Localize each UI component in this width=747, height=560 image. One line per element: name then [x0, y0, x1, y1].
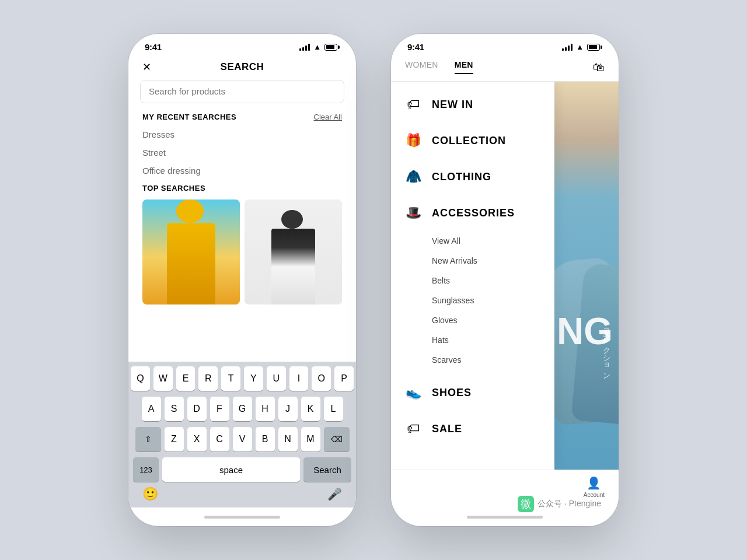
search-header: ✕ SEARCH	[128, 55, 356, 80]
key-delete[interactable]: ⌫	[324, 427, 350, 452]
key-v[interactable]: V	[233, 427, 252, 452]
key-123[interactable]: 123	[133, 457, 159, 482]
signal-icon	[299, 44, 310, 51]
top-search-image-2[interactable]	[245, 200, 342, 304]
key-a[interactable]: A	[142, 397, 161, 421]
shoes-label: SHOES	[432, 387, 472, 399]
top-searches-title: TOP SEARCHES	[142, 184, 342, 192]
recent-searches-title: MY RECENT SEARCHES	[142, 113, 236, 121]
kb-row-3: ⇧ Z X C V B N M ⌫	[131, 427, 354, 452]
key-z[interactable]: Z	[165, 427, 184, 452]
key-j[interactable]: J	[278, 397, 298, 421]
search-body: MY RECENT SEARCHES Clear All Dresses Str…	[128, 113, 356, 362]
key-search[interactable]: Search	[303, 457, 351, 482]
key-f[interactable]: F	[210, 397, 229, 421]
accessories-submenu: View All New Arrivals Belts Sunglasses G…	[391, 231, 554, 370]
recent-item-office[interactable]: Office dressing	[142, 166, 342, 176]
background-image: NG 夏コレクション	[554, 82, 619, 470]
sub-hats[interactable]: Hats	[432, 330, 554, 350]
top-searches-images	[142, 200, 342, 304]
tab-men[interactable]: MEN	[455, 60, 473, 74]
clear-all-button[interactable]: Clear All	[314, 113, 342, 121]
key-x[interactable]: X	[187, 427, 207, 452]
menu-item-shoes[interactable]: 👟 SHOES	[391, 374, 554, 411]
collection-icon: 🎁	[405, 133, 421, 148]
sub-sunglasses[interactable]: Sunglasses	[432, 290, 554, 310]
key-d[interactable]: D	[187, 397, 207, 421]
sub-gloves[interactable]: Gloves	[432, 310, 554, 330]
status-bar-2: 9:41 ▲	[391, 34, 619, 55]
sub-new-arrivals[interactable]: New Arrivals	[432, 251, 554, 271]
search-input[interactable]	[149, 86, 336, 96]
menu-item-clothing[interactable]: 🧥 CLOTHING	[391, 159, 554, 195]
watermark-icon: 微	[518, 496, 534, 512]
sale-icon: 🏷	[405, 421, 421, 436]
key-n[interactable]: N	[278, 427, 298, 452]
battery-icon-2	[587, 44, 602, 51]
key-k[interactable]: K	[301, 397, 320, 421]
key-b[interactable]: B	[256, 427, 275, 452]
battery-icon	[324, 44, 340, 51]
status-bar-1: 9:41 ▲	[128, 34, 356, 55]
menu-item-accessories[interactable]: 🎩 ACCESSORIES	[391, 195, 554, 231]
kb-extras: 🙂 🎤	[131, 482, 354, 504]
wifi-icon: ▲	[313, 43, 321, 51]
key-r[interactable]: R	[198, 366, 218, 391]
menu-panel: 🏷 NEW IN 🎁 COLLECTION 🧥 CLOTHING 🎩 ACCES…	[391, 82, 554, 470]
watermark: 微 公众号 · Ptengine	[518, 496, 601, 512]
emoji-button[interactable]: 🙂	[142, 487, 158, 502]
collection-label: COLLECTION	[432, 135, 506, 147]
key-e[interactable]: E	[176, 366, 196, 391]
account-icon: 👤	[587, 476, 601, 490]
key-p[interactable]: P	[334, 366, 354, 391]
key-u[interactable]: U	[267, 366, 286, 391]
account-tab[interactable]: 👤 Account	[584, 476, 605, 498]
key-g[interactable]: G	[233, 397, 252, 421]
top-search-image-1[interactable]	[142, 200, 240, 304]
key-s[interactable]: S	[165, 397, 184, 421]
mic-button[interactable]: 🎤	[327, 487, 342, 501]
key-c[interactable]: C	[210, 427, 229, 452]
menu-item-collection[interactable]: 🎁 COLLECTION	[391, 123, 554, 159]
search-input-container[interactable]	[140, 80, 344, 103]
watermark-text: 公众号 · Ptengine	[537, 499, 601, 509]
status-time-2: 9:41	[407, 42, 424, 52]
key-y[interactable]: Y	[244, 366, 263, 391]
phone-search: 9:41 ▲ ✕ SEARCH MY RECENT SEARCHES	[128, 34, 356, 526]
key-m[interactable]: M	[301, 427, 320, 452]
key-o[interactable]: O	[312, 366, 331, 391]
recent-item-street[interactable]: Street	[142, 148, 342, 158]
close-button[interactable]: ✕	[142, 61, 151, 74]
nav-tabs: WOMEN MEN	[405, 60, 593, 74]
key-w[interactable]: W	[153, 366, 173, 391]
menu-item-sale[interactable]: 🏷 SALE	[391, 411, 554, 447]
kb-row-2: A S D F G H J K L	[131, 397, 354, 421]
cart-button[interactable]: 🛍	[593, 61, 605, 74]
new-in-label: NEW IN	[432, 99, 473, 111]
sub-belts[interactable]: Belts	[432, 271, 554, 290]
recent-item-dresses[interactable]: Dresses	[142, 130, 342, 139]
status-time-1: 9:41	[145, 42, 162, 52]
menu-item-new-in[interactable]: 🏷 NEW IN	[391, 86, 554, 123]
sale-label: SALE	[432, 423, 462, 435]
key-h[interactable]: H	[256, 397, 275, 421]
kb-row-1: Q W E R T Y U I O P	[131, 366, 354, 391]
key-shift[interactable]: ⇧	[135, 427, 161, 452]
signal-icon-2	[562, 44, 573, 51]
keyboard[interactable]: Q W E R T Y U I O P A S D F G H J K	[128, 362, 356, 508]
recent-searches-header: MY RECENT SEARCHES Clear All	[142, 113, 342, 121]
sub-view-all[interactable]: View All	[432, 231, 554, 251]
sub-scarves[interactable]: Scarves	[432, 350, 554, 370]
key-space[interactable]: space	[162, 457, 300, 482]
shoes-icon: 👟	[405, 385, 421, 400]
key-l[interactable]: L	[324, 397, 343, 421]
tab-women[interactable]: WOMEN	[405, 60, 438, 74]
key-t[interactable]: T	[221, 366, 240, 391]
accessories-icon: 🎩	[405, 205, 421, 220]
key-i[interactable]: I	[289, 366, 309, 391]
bg-japanese-text: 夏コレクション	[601, 324, 612, 376]
key-q[interactable]: Q	[131, 366, 150, 391]
nav-bar: WOMEN MEN 🛍	[391, 55, 619, 82]
phone-menu: 9:41 ▲ WOMEN MEN 🛍	[391, 34, 619, 526]
new-in-icon: 🏷	[405, 97, 421, 112]
